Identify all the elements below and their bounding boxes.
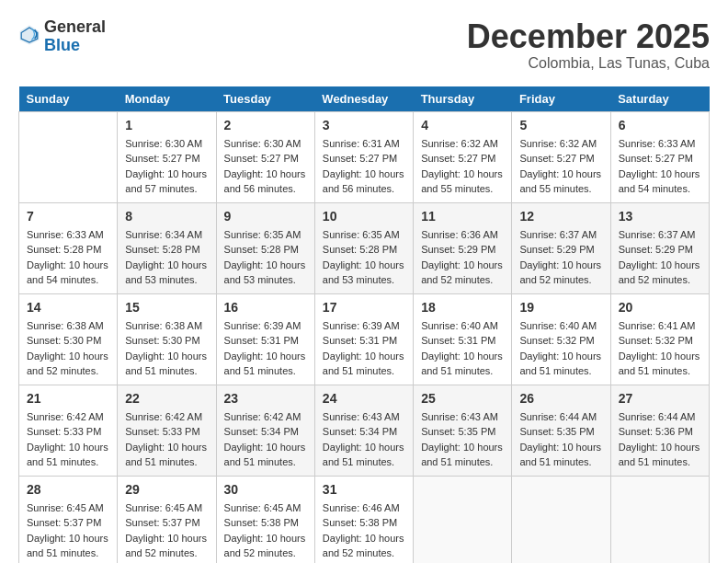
calendar-cell: 26Sunrise: 6:44 AM Sunset: 5:35 PM Dayli…	[512, 385, 610, 476]
calendar-week-row: 7Sunrise: 6:33 AM Sunset: 5:28 PM Daylig…	[19, 202, 710, 293]
day-number: 13	[619, 209, 701, 224]
day-info: Sunrise: 6:37 AM Sunset: 5:29 PM Dayligh…	[619, 227, 701, 288]
day-number: 11	[421, 209, 504, 224]
location-subtitle: Colombia, Las Tunas, Cuba	[467, 55, 710, 72]
col-header-tuesday: Tuesday	[216, 86, 314, 112]
calendar-cell	[19, 111, 118, 202]
day-number: 2	[224, 118, 307, 132]
calendar-cell: 27Sunrise: 6:44 AM Sunset: 5:36 PM Dayli…	[610, 385, 709, 476]
day-info: Sunrise: 6:43 AM Sunset: 5:34 PM Dayligh…	[323, 409, 405, 470]
calendar-cell: 25Sunrise: 6:43 AM Sunset: 5:35 PM Dayli…	[414, 385, 512, 476]
day-info: Sunrise: 6:41 AM Sunset: 5:32 PM Dayligh…	[619, 318, 701, 379]
day-number: 20	[619, 300, 701, 315]
calendar-week-row: 21Sunrise: 6:42 AM Sunset: 5:33 PM Dayli…	[19, 385, 710, 476]
day-info: Sunrise: 6:42 AM Sunset: 5:34 PM Dayligh…	[224, 409, 307, 470]
day-info: Sunrise: 6:45 AM Sunset: 5:37 PM Dayligh…	[27, 500, 109, 561]
header: General Blue December 2025 Colombia, Las…	[18, 18, 710, 72]
day-info: Sunrise: 6:34 AM Sunset: 5:28 PM Dayligh…	[125, 227, 208, 288]
day-number: 31	[323, 482, 405, 497]
calendar-cell: 14Sunrise: 6:38 AM Sunset: 5:30 PM Dayli…	[19, 293, 118, 385]
calendar-cell: 28Sunrise: 6:45 AM Sunset: 5:37 PM Dayli…	[19, 476, 118, 563]
day-info: Sunrise: 6:39 AM Sunset: 5:31 PM Dayligh…	[323, 318, 405, 379]
calendar-cell: 5Sunrise: 6:32 AM Sunset: 5:27 PM Daylig…	[512, 111, 610, 202]
day-info: Sunrise: 6:32 AM Sunset: 5:27 PM Dayligh…	[519, 136, 602, 197]
month-year-title: December 2025	[467, 18, 710, 55]
day-number: 25	[421, 391, 504, 406]
day-info: Sunrise: 6:35 AM Sunset: 5:28 PM Dayligh…	[323, 227, 405, 288]
day-info: Sunrise: 6:40 AM Sunset: 5:31 PM Dayligh…	[421, 318, 504, 379]
day-number: 1	[125, 118, 208, 132]
day-info: Sunrise: 6:37 AM Sunset: 5:29 PM Dayligh…	[519, 227, 602, 288]
calendar-cell: 17Sunrise: 6:39 AM Sunset: 5:31 PM Dayli…	[314, 293, 413, 385]
calendar-cell: 8Sunrise: 6:34 AM Sunset: 5:28 PM Daylig…	[118, 202, 216, 293]
day-info: Sunrise: 6:42 AM Sunset: 5:33 PM Dayligh…	[125, 409, 208, 470]
day-number: 15	[125, 300, 208, 315]
day-number: 16	[224, 300, 307, 315]
day-number: 6	[619, 118, 701, 132]
day-info: Sunrise: 6:42 AM Sunset: 5:33 PM Dayligh…	[27, 409, 109, 470]
day-number: 4	[421, 118, 504, 132]
calendar-cell: 13Sunrise: 6:37 AM Sunset: 5:29 PM Dayli…	[610, 202, 709, 293]
day-number: 18	[421, 300, 504, 315]
logo-blue: Blue	[44, 36, 80, 54]
day-number: 30	[224, 482, 307, 497]
day-info: Sunrise: 6:45 AM Sunset: 5:37 PM Dayligh…	[125, 500, 208, 561]
col-header-friday: Friday	[512, 86, 610, 112]
calendar-cell: 9Sunrise: 6:35 AM Sunset: 5:28 PM Daylig…	[216, 202, 314, 293]
logo-general: General	[44, 17, 106, 36]
calendar-week-row: 1Sunrise: 6:30 AM Sunset: 5:27 PM Daylig…	[19, 111, 710, 202]
day-number: 19	[519, 300, 602, 315]
day-info: Sunrise: 6:33 AM Sunset: 5:27 PM Dayligh…	[619, 136, 701, 197]
day-number: 21	[27, 391, 109, 406]
col-header-sunday: Sunday	[19, 86, 118, 112]
day-info: Sunrise: 6:35 AM Sunset: 5:28 PM Dayligh…	[224, 227, 307, 288]
calendar-cell: 6Sunrise: 6:33 AM Sunset: 5:27 PM Daylig…	[610, 111, 709, 202]
calendar-cell: 16Sunrise: 6:39 AM Sunset: 5:31 PM Dayli…	[216, 293, 314, 385]
day-number: 14	[27, 300, 109, 315]
day-info: Sunrise: 6:32 AM Sunset: 5:27 PM Dayligh…	[421, 136, 504, 197]
calendar-cell: 15Sunrise: 6:38 AM Sunset: 5:30 PM Dayli…	[118, 293, 216, 385]
calendar-cell: 2Sunrise: 6:30 AM Sunset: 5:27 PM Daylig…	[216, 111, 314, 202]
day-info: Sunrise: 6:44 AM Sunset: 5:35 PM Dayligh…	[519, 409, 602, 470]
title-area: December 2025 Colombia, Las Tunas, Cuba	[467, 18, 710, 72]
day-info: Sunrise: 6:39 AM Sunset: 5:31 PM Dayligh…	[224, 318, 307, 379]
calendar-cell: 22Sunrise: 6:42 AM Sunset: 5:33 PM Dayli…	[118, 385, 216, 476]
day-info: Sunrise: 6:33 AM Sunset: 5:28 PM Dayligh…	[27, 227, 109, 288]
calendar-cell: 10Sunrise: 6:35 AM Sunset: 5:28 PM Dayli…	[314, 202, 413, 293]
day-info: Sunrise: 6:38 AM Sunset: 5:30 PM Dayligh…	[125, 318, 208, 379]
calendar-cell: 7Sunrise: 6:33 AM Sunset: 5:28 PM Daylig…	[19, 202, 118, 293]
day-info: Sunrise: 6:30 AM Sunset: 5:27 PM Dayligh…	[224, 136, 307, 197]
calendar-cell	[414, 476, 512, 563]
day-number: 7	[27, 209, 109, 224]
calendar-cell: 12Sunrise: 6:37 AM Sunset: 5:29 PM Dayli…	[512, 202, 610, 293]
col-header-monday: Monday	[118, 86, 216, 112]
day-number: 3	[323, 118, 405, 132]
calendar-cell	[512, 476, 610, 563]
calendar-cell: 29Sunrise: 6:45 AM Sunset: 5:37 PM Dayli…	[118, 476, 216, 563]
day-info: Sunrise: 6:46 AM Sunset: 5:38 PM Dayligh…	[323, 500, 405, 561]
day-info: Sunrise: 6:38 AM Sunset: 5:30 PM Dayligh…	[27, 318, 109, 379]
calendar-cell: 1Sunrise: 6:30 AM Sunset: 5:27 PM Daylig…	[118, 111, 216, 202]
calendar-week-row: 14Sunrise: 6:38 AM Sunset: 5:30 PM Dayli…	[19, 293, 710, 385]
col-header-saturday: Saturday	[610, 86, 709, 112]
calendar-cell: 3Sunrise: 6:31 AM Sunset: 5:27 PM Daylig…	[314, 111, 413, 202]
day-info: Sunrise: 6:43 AM Sunset: 5:35 PM Dayligh…	[421, 409, 504, 470]
logo: General Blue	[18, 18, 106, 55]
calendar-cell	[610, 476, 709, 563]
calendar-cell: 19Sunrise: 6:40 AM Sunset: 5:32 PM Dayli…	[512, 293, 610, 385]
calendar-cell: 30Sunrise: 6:45 AM Sunset: 5:38 PM Dayli…	[216, 476, 314, 563]
calendar-cell: 31Sunrise: 6:46 AM Sunset: 5:38 PM Dayli…	[314, 476, 413, 563]
day-info: Sunrise: 6:44 AM Sunset: 5:36 PM Dayligh…	[619, 409, 701, 470]
day-number: 29	[125, 482, 208, 497]
calendar-table: SundayMondayTuesdayWednesdayThursdayFrid…	[18, 86, 710, 563]
day-number: 9	[224, 209, 307, 224]
day-info: Sunrise: 6:30 AM Sunset: 5:27 PM Dayligh…	[125, 136, 208, 197]
day-number: 22	[125, 391, 208, 406]
logo-graphic	[18, 24, 40, 50]
calendar-cell: 11Sunrise: 6:36 AM Sunset: 5:29 PM Dayli…	[414, 202, 512, 293]
calendar-week-row: 28Sunrise: 6:45 AM Sunset: 5:37 PM Dayli…	[19, 476, 710, 563]
calendar-cell: 24Sunrise: 6:43 AM Sunset: 5:34 PM Dayli…	[314, 385, 413, 476]
calendar-cell: 21Sunrise: 6:42 AM Sunset: 5:33 PM Dayli…	[19, 385, 118, 476]
day-number: 24	[323, 391, 405, 406]
day-number: 28	[27, 482, 109, 497]
